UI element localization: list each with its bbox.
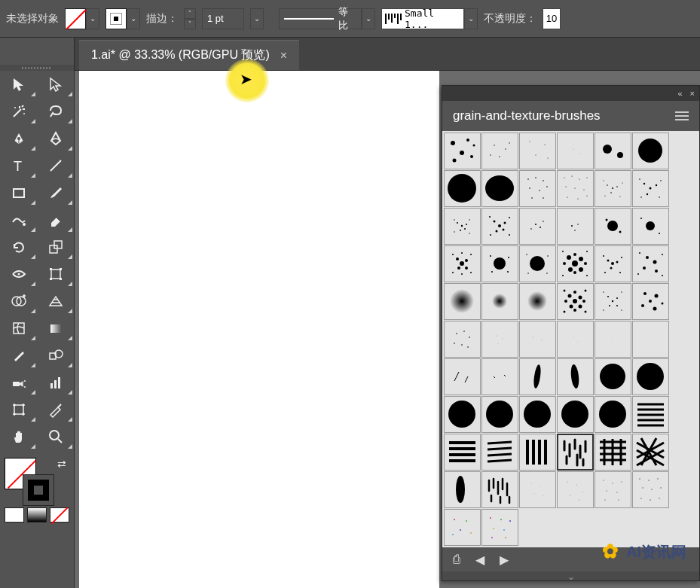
brush-thumb[interactable] <box>595 396 631 433</box>
brush-thumb[interactable] <box>481 208 518 245</box>
brush-thumb[interactable] <box>595 358 631 395</box>
brush-thumb[interactable] <box>557 471 594 508</box>
brush-thumb[interactable] <box>519 434 556 471</box>
brush-thumb[interactable] <box>632 358 669 395</box>
brush-thumb[interactable] <box>595 170 631 207</box>
profile-dropdown[interactable]: ⌄ <box>362 8 375 29</box>
rectangle-tool[interactable] <box>0 179 37 206</box>
zoom-tool[interactable] <box>37 423 74 450</box>
brush-thumb[interactable] <box>632 321 669 358</box>
brush-thumb[interactable] <box>444 208 481 245</box>
direct-selection-tool[interactable] <box>37 71 74 98</box>
perspective-grid-tool[interactable] <box>37 288 74 315</box>
line-tool[interactable] <box>37 152 74 179</box>
eyedropper-tool[interactable] <box>0 342 37 369</box>
brush-thumb[interactable] <box>519 245 556 282</box>
brush-thumb[interactable] <box>595 321 631 358</box>
mesh-tool[interactable] <box>0 315 37 342</box>
magic-wand-tool[interactable] <box>0 98 37 125</box>
brush-thumb[interactable] <box>557 321 594 358</box>
free-transform-tool[interactable] <box>37 260 74 288</box>
artboard-tool[interactable] <box>0 396 37 423</box>
brush-thumb[interactable] <box>444 471 481 508</box>
brush-thumb[interactable] <box>481 245 518 282</box>
brush-thumb[interactable] <box>519 133 556 169</box>
fill-swatch-none[interactable] <box>65 8 86 29</box>
symbol-sprayer-tool[interactable] <box>0 369 37 396</box>
stroke-profile[interactable]: 等比 <box>279 8 362 29</box>
prev-icon[interactable]: ◀ <box>475 553 484 567</box>
brush-thumb[interactable] <box>444 245 481 282</box>
brush-thumb[interactable] <box>632 434 669 471</box>
brush-thumb[interactable] <box>595 133 631 169</box>
eraser-tool[interactable] <box>37 206 74 233</box>
slice-tool[interactable] <box>37 396 74 423</box>
artboard[interactable]: ➤ <box>79 71 439 588</box>
brush-thumb[interactable] <box>557 133 594 169</box>
brush-thumb[interactable] <box>444 396 481 433</box>
fill-stroke-control[interactable]: ⇄ <box>0 456 74 506</box>
close-tab-icon[interactable]: × <box>280 49 287 62</box>
brush-thumb[interactable] <box>557 434 594 471</box>
brush-thumb[interactable] <box>557 245 594 282</box>
brush-thumb[interactable] <box>481 509 518 546</box>
brush-thumb[interactable] <box>481 170 518 207</box>
fill-dropdown[interactable]: ⌄ <box>86 8 99 29</box>
gradient-tool[interactable] <box>37 315 74 342</box>
selection-tool[interactable] <box>0 71 37 98</box>
brush-thumb[interactable] <box>595 434 631 471</box>
brush-thumb[interactable] <box>632 208 669 245</box>
brush-thumb[interactable] <box>632 170 669 207</box>
stroke-box[interactable] <box>23 474 54 506</box>
document-tab[interactable]: 1.ai* @ 33.33% (RGB/GPU 预览) × <box>79 40 299 70</box>
shaper-tool[interactable] <box>0 206 37 233</box>
next-icon[interactable]: ▶ <box>500 553 509 567</box>
color-mode-gradient[interactable] <box>27 507 47 522</box>
panel-close-icon[interactable]: × <box>690 89 695 98</box>
panel-grip[interactable] <box>0 65 74 71</box>
pen-tool[interactable] <box>0 125 37 152</box>
hand-tool[interactable] <box>0 423 37 450</box>
brush-thumb[interactable] <box>519 208 556 245</box>
brush-thumb[interactable] <box>519 396 556 433</box>
brush-thumb[interactable] <box>595 245 631 282</box>
brush-thumb[interactable] <box>481 358 518 395</box>
brush-thumb[interactable] <box>595 208 631 245</box>
brush-thumb[interactable] <box>481 133 518 169</box>
brush-thumb[interactable] <box>557 208 594 245</box>
brush-thumb[interactable] <box>481 321 518 358</box>
brush-thumb[interactable] <box>481 471 518 508</box>
brush-thumb[interactable] <box>519 321 556 358</box>
brush-thumb[interactable] <box>444 283 481 320</box>
column-graph-tool[interactable] <box>37 369 74 396</box>
brush-dropdown[interactable]: ⌄ <box>464 8 478 29</box>
brush-thumb[interactable] <box>557 170 594 207</box>
stroke-weight-field[interactable]: 1 pt <box>202 8 244 29</box>
brush-thumb[interactable] <box>632 283 669 320</box>
brush-thumb[interactable] <box>481 434 518 471</box>
rotate-tool[interactable] <box>0 233 37 260</box>
swap-fill-stroke-icon[interactable]: ⇄ <box>57 458 66 470</box>
brush-thumb[interactable] <box>481 396 518 433</box>
brush-thumb[interactable] <box>557 396 594 433</box>
brush-thumb[interactable] <box>519 283 556 320</box>
brush-definition[interactable]: Small 1... <box>381 8 464 29</box>
brush-thumb[interactable] <box>557 358 594 395</box>
curvature-tool[interactable] <box>37 125 74 152</box>
brush-thumb[interactable] <box>444 170 481 207</box>
brush-thumb[interactable] <box>632 471 669 508</box>
brush-thumb[interactable] <box>481 283 518 320</box>
brush-thumb[interactable] <box>444 133 481 169</box>
panel-collapse-icon[interactable]: « <box>677 89 682 98</box>
stroke-swatch[interactable] <box>105 8 127 29</box>
panel-resize-grip[interactable] <box>442 571 699 580</box>
shape-builder-tool[interactable] <box>0 288 37 315</box>
type-tool[interactable]: T <box>0 152 37 179</box>
stroke-weight-stepper[interactable]: ˄˅ <box>184 8 196 29</box>
stroke-dropdown[interactable]: ⌄ <box>127 8 140 29</box>
brush-thumb[interactable] <box>632 396 669 433</box>
stroke-weight-dropdown[interactable]: ⌄ <box>250 8 264 29</box>
brush-thumb[interactable] <box>519 471 556 508</box>
paintbrush-tool[interactable] <box>37 179 74 206</box>
color-mode-solid[interactable] <box>5 507 24 522</box>
